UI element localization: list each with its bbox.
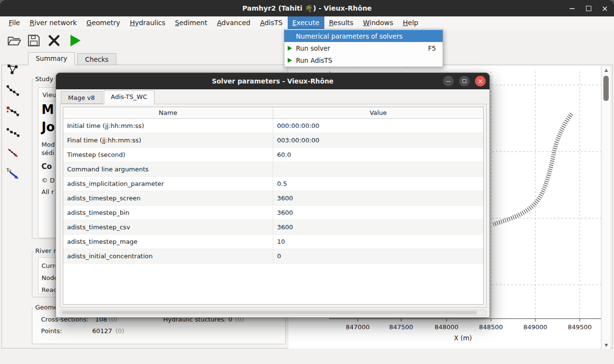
menu-bar: File River network Geometry Hydraulics S… <box>0 16 614 29</box>
hydraulic-conditions-icon <box>6 104 20 119</box>
menu-advanced[interactable]: Advanced <box>212 16 255 29</box>
dialog-maximize-button[interactable] <box>459 76 470 86</box>
x-axis-tick-label: 848500 <box>479 323 503 331</box>
menu-file[interactable]: File <box>4 16 25 29</box>
tab-summary[interactable]: Summary <box>28 52 75 65</box>
param-name-cell[interactable]: adists_initial_concentration <box>63 249 273 263</box>
x-axis-tick-label: 849500 <box>568 323 592 331</box>
column-header-name[interactable]: Name <box>63 107 273 118</box>
adists-tool-button[interactable]: Tu <box>5 165 21 182</box>
table-row[interactable]: adists_timestep_csv3600 <box>63 220 483 235</box>
minimize-button[interactable]: − <box>568 4 576 13</box>
menu-shortcut: F5 <box>428 44 436 52</box>
horizontal-scrollbar-thumb[interactable] <box>62 311 477 314</box>
param-value-cell[interactable]: 3600 <box>273 220 483 234</box>
table-body: Initial time (jj:hh:mm:ss)000:00:00:00Fi… <box>63 119 483 264</box>
dialog-title-bar[interactable]: Solver parameters - Vieux-Rhône − × <box>56 73 489 89</box>
param-name-cell[interactable]: adists_timestep_csv <box>63 220 273 234</box>
tab-adis-ts-wc[interactable]: Adis-TS_WC <box>104 90 154 104</box>
x-axis-tick-label: 847000 <box>346 323 370 331</box>
menu-icon-spacer <box>287 33 296 40</box>
hydraulics-tool-button[interactable] <box>5 103 21 120</box>
close-study-button[interactable] <box>45 32 63 49</box>
menu-adists[interactable]: AdisTS <box>255 16 288 29</box>
param-name-cell[interactable]: Timestep (second) <box>63 148 273 162</box>
run-play-icon <box>69 34 82 47</box>
run-solver-button[interactable] <box>67 32 84 49</box>
param-value-cell[interactable]: 10 <box>273 235 483 249</box>
menu-help[interactable]: Help <box>398 16 423 29</box>
execute-menu: Numerical parameters of solvers Run solv… <box>284 29 443 67</box>
param-value-cell[interactable] <box>273 162 483 176</box>
menu-sediment[interactable]: Sediment <box>170 16 212 29</box>
param-name-cell[interactable]: Initial time (jj:hh:mm:ss) <box>63 119 273 133</box>
table-row[interactable]: Final time (jj:hh:mm:ss)003:00:00:00 <box>63 133 483 148</box>
menu-results[interactable]: Results <box>324 16 359 29</box>
dialog-horizontal-scrollbar[interactable] <box>60 309 487 316</box>
menu-item-numerical-parameters[interactable]: Numerical parameters of solvers <box>284 30 443 42</box>
sediment-layers-icon <box>6 125 20 140</box>
table-row[interactable]: adists_timestep_bin3600 <box>63 206 483 220</box>
menu-windows[interactable]: Windows <box>358 16 398 29</box>
solver-parameters-dialog: Solver parameters - Vieux-Rhône − × Mage… <box>56 72 490 318</box>
param-name-cell[interactable]: adists_timestep_screen <box>63 191 273 205</box>
param-name-cell[interactable]: adists_timestep_bin <box>63 206 273 220</box>
param-value-cell[interactable]: 3600 <box>273 206 483 220</box>
close-x-icon <box>48 34 60 47</box>
study-text-fragment-1: Mod <box>42 141 55 148</box>
save-study-button[interactable] <box>25 32 42 49</box>
menu-hydraulics[interactable]: Hydraulics <box>125 16 170 29</box>
sediment-tool-button[interactable] <box>5 124 21 141</box>
scroll-up-arrow[interactable]: ▲ <box>602 66 611 74</box>
table-row[interactable]: adists_implicitation_parameter0.5 <box>63 177 483 191</box>
river-reach-hatched-line <box>493 114 572 224</box>
study-title-fragment-2: Jo <box>42 120 55 134</box>
menu-river-network[interactable]: River network <box>25 16 82 29</box>
scroll-down-arrow[interactable]: ▼ <box>602 341 611 349</box>
table-row[interactable]: Initial time (jj:hh:mm:ss)000:00:00:00 <box>63 119 483 133</box>
scrollbar-thumb[interactable] <box>603 76 609 101</box>
dialog-tab-bar: Mage v8 Adis-TS_WC <box>61 90 156 104</box>
tab-checks[interactable]: Checks <box>77 53 116 65</box>
table-row[interactable]: Timestep (second)60.0 <box>63 148 483 162</box>
dialog-title: Solver parameters - Vieux-Rhône <box>212 77 334 85</box>
table-row[interactable]: adists_timestep_mage10 <box>63 235 483 249</box>
close-button[interactable]: × <box>600 4 609 13</box>
window-controls: − × <box>568 0 609 16</box>
solver-parameters-table: Name Value Initial time (jj:hh:mm:ss)000… <box>63 107 484 305</box>
menu-geometry[interactable]: Geometry <box>82 16 125 29</box>
dialog-minimize-button[interactable]: − <box>443 76 454 86</box>
river-network-icon <box>6 62 20 77</box>
param-value-cell[interactable]: 000:00:00:00 <box>273 119 483 133</box>
vertical-scrollbar[interactable]: ▲ ▼ <box>601 66 610 349</box>
maximize-button[interactable] <box>584 4 593 13</box>
param-name-cell[interactable]: adists_timestep_mage <box>63 235 273 249</box>
column-header-value[interactable]: Value <box>273 107 483 118</box>
param-value-cell[interactable]: 0.5 <box>273 177 483 191</box>
table-row[interactable]: adists_timestep_screen3600 <box>63 191 483 206</box>
play-icon <box>287 45 296 52</box>
param-value-cell[interactable]: 3600 <box>273 191 483 205</box>
x-axis-tick-label: 849000 <box>523 323 547 331</box>
param-name-cell[interactable]: Command line arguments <box>63 162 273 176</box>
title-bar[interactable]: Pamhyr2 (Tahiti 🌴) - Vieux-Rhône − × <box>0 0 614 16</box>
param-value-cell[interactable]: 0 <box>273 249 483 263</box>
tab-mage-v8[interactable]: Mage v8 <box>61 91 102 104</box>
menu-execute[interactable]: Execute <box>288 16 324 29</box>
dialog-maximize-icon <box>462 79 466 83</box>
param-name-cell[interactable]: adists_implicitation_parameter <box>63 177 273 191</box>
open-folder-icon <box>7 34 22 47</box>
sediment-transport-tool-button[interactable] <box>5 144 21 162</box>
table-row[interactable]: Command line arguments <box>63 162 483 177</box>
param-value-cell[interactable]: 003:00:00:00 <box>273 133 483 147</box>
param-name-cell[interactable]: Final time (jj:hh:mm:ss) <box>63 133 273 147</box>
table-row[interactable]: adists_initial_concentration0 <box>63 249 483 264</box>
menu-item-run-solver[interactable]: Run solver F5 <box>284 42 443 54</box>
dialog-close-button[interactable]: × <box>475 76 486 86</box>
x-axis-tick-label: 847500 <box>389 323 413 331</box>
open-study-button[interactable] <box>6 32 23 49</box>
river-network-tool-button[interactable] <box>5 61 21 78</box>
param-value-cell[interactable]: 60.0 <box>273 148 483 162</box>
menu-item-run-adists[interactable]: Run AdisTS <box>284 54 443 66</box>
geometry-tool-button[interactable] <box>5 82 21 99</box>
